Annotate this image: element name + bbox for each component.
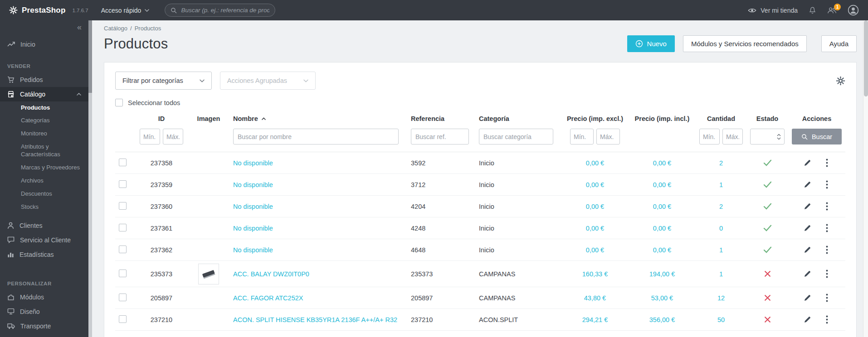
search-input[interactable] (181, 7, 269, 14)
notifications-bell-button[interactable] (809, 6, 816, 14)
row-checkbox[interactable] (119, 180, 127, 188)
row-kebab-menu-icon[interactable] (824, 179, 830, 190)
sidebar-subitem-archivos[interactable]: Archivos (0, 174, 88, 188)
row-checkbox[interactable] (119, 159, 127, 166)
recommended-modules-button[interactable]: Módulos y Servicios recomendados (683, 35, 807, 52)
name-filter-input[interactable] (233, 129, 399, 144)
row-checkbox[interactable] (119, 315, 127, 323)
sidebar-scrollbar[interactable] (88, 20, 92, 337)
product-name-link[interactable]: ACC. FAGOR ATC252X (233, 294, 303, 302)
sidebar-item-inicio[interactable]: Inicio (0, 37, 88, 52)
row-kebab-menu-icon[interactable] (824, 223, 830, 233)
status-active-check-icon[interactable] (763, 246, 772, 253)
page-scrollbar-thumb[interactable] (864, 20, 868, 96)
row-kebab-menu-icon[interactable] (824, 314, 830, 325)
status-active-check-icon[interactable] (763, 181, 772, 188)
sidebar-collapse-button[interactable]: « (0, 20, 88, 33)
sidebar-subitem-productos[interactable]: Productos (0, 101, 88, 115)
sidebar-item-transporte[interactable]: Transporte (0, 319, 88, 333)
row-kebab-menu-icon[interactable] (824, 201, 830, 212)
status-inactive-x-icon[interactable] (764, 294, 771, 301)
product-reference: 4204 (411, 203, 425, 210)
column-header-precio-excl[interactable]: Precio (imp. excl.) (561, 108, 629, 128)
sidebar-item-diseno[interactable]: Diseño (0, 304, 88, 319)
column-header-categoria[interactable]: Categoría (475, 108, 561, 128)
product-name-link[interactable]: No disponible (233, 225, 273, 232)
edit-pencil-icon[interactable] (804, 294, 811, 302)
sidebar-subitem-marcas[interactable]: Marcas y Proveedores (0, 161, 88, 174)
quantity-max-filter-input[interactable] (722, 129, 743, 144)
edit-pencil-icon[interactable] (804, 159, 811, 167)
sidebar-item-label: Servicio al Cliente (20, 236, 71, 244)
row-checkbox[interactable] (119, 224, 127, 231)
edit-pencil-icon[interactable] (804, 202, 811, 210)
new-product-button[interactable]: Nuevo (627, 35, 675, 52)
customers-notifications-button[interactable]: 1 (827, 7, 837, 14)
product-name-link[interactable]: No disponible (233, 181, 273, 188)
edit-pencil-icon[interactable] (804, 270, 811, 278)
account-menu-button[interactable] (848, 5, 859, 16)
product-thumbnail[interactable] (198, 264, 219, 284)
column-header-precio-incl[interactable]: Precio (imp. incl.) (629, 108, 696, 128)
status-inactive-x-icon[interactable] (764, 316, 771, 323)
status-active-check-icon[interactable] (763, 159, 772, 166)
sidebar-subitem-atributos[interactable]: Atributos y Características (0, 140, 88, 161)
breadcrumb-catalogo[interactable]: Catálogo (104, 25, 127, 32)
price-max-filter-input[interactable] (596, 129, 620, 144)
prestashop-logo[interactable]: PrestaShop 1.7.6.7 (9, 6, 88, 15)
status-active-check-icon[interactable] (763, 203, 772, 210)
quantity-min-filter-input[interactable] (699, 129, 720, 144)
id-min-filter-input[interactable] (140, 129, 160, 144)
help-button[interactable]: Ayuda (821, 35, 857, 52)
grouped-actions-dropdown[interactable]: Acciones Agrupadas (220, 72, 316, 90)
product-name-link[interactable]: No disponible (233, 203, 273, 210)
status-inactive-x-icon[interactable] (764, 270, 771, 277)
row-kebab-menu-icon[interactable] (824, 245, 830, 255)
row-kebab-menu-icon[interactable] (824, 293, 830, 303)
row-kebab-menu-icon[interactable] (824, 158, 830, 168)
product-name-link[interactable]: ACC. BALAY DWZ0IT0P0 (233, 270, 309, 278)
edit-pencil-icon[interactable] (804, 181, 811, 188)
product-name-link[interactable]: No disponible (233, 246, 273, 254)
row-kebab-menu-icon[interactable] (824, 269, 830, 279)
sidebar-subitem-stocks[interactable]: Stocks (0, 201, 88, 214)
breadcrumb-productos[interactable]: Productos (135, 25, 161, 32)
status-filter-select[interactable] (750, 129, 785, 144)
row-checkbox[interactable] (119, 246, 127, 253)
reference-filter-input[interactable] (411, 129, 469, 144)
sidebar-item-pedidos[interactable]: Pedidos (0, 72, 88, 87)
row-checkbox[interactable] (119, 202, 127, 210)
sidebar-subitem-monitoreo[interactable]: Monitoreo (0, 127, 88, 140)
id-max-filter-input[interactable] (163, 129, 183, 144)
sidebar-scrollbar-thumb[interactable] (88, 20, 92, 93)
sidebar-subitem-categorias[interactable]: Categorías (0, 114, 88, 127)
category-filter-input[interactable] (479, 129, 553, 144)
column-header-id[interactable]: ID (135, 108, 188, 128)
product-name-link[interactable]: No disponible (233, 159, 273, 167)
sidebar-item-modulos[interactable]: Módulos (0, 290, 88, 304)
row-checkbox[interactable] (119, 270, 127, 277)
search-submit-button[interactable]: Buscar (792, 129, 842, 144)
page-scrollbar[interactable] (863, 20, 868, 337)
sidebar-subitem-descuentos[interactable]: Descuentos (0, 188, 88, 201)
column-header-nombre[interactable]: Nombre (229, 108, 407, 128)
grid-settings-gear-icon[interactable] (836, 76, 845, 86)
column-header-referencia[interactable]: Referencia (407, 108, 475, 128)
product-name-link[interactable]: ACON. SPLIT HISENSE KB35YR1A 2136F A++/A… (233, 316, 397, 323)
sidebar-item-estadisticas[interactable]: Estadísticas (0, 247, 88, 262)
price-min-filter-input[interactable] (570, 129, 594, 144)
edit-pencil-icon[interactable] (804, 246, 811, 254)
status-active-check-icon[interactable] (763, 225, 772, 231)
sidebar-item-clientes[interactable]: Clientes (0, 218, 88, 233)
sidebar-item-catalogo[interactable]: Catálogo (0, 87, 88, 101)
edit-pencil-icon[interactable] (804, 316, 811, 323)
row-checkbox[interactable] (119, 294, 127, 301)
edit-pencil-icon[interactable] (804, 224, 811, 232)
filter-by-category-dropdown[interactable]: Filtrar por categorías (115, 72, 212, 90)
column-header-cantidad[interactable]: Cantidad (696, 108, 746, 128)
select-all-checkbox[interactable] (115, 99, 123, 106)
sidebar-item-servicio-al-cliente[interactable]: Servicio al Cliente (0, 233, 88, 247)
quick-access-menu[interactable]: Acceso rápido (101, 7, 150, 14)
column-header-estado[interactable]: Estado (746, 108, 788, 128)
view-shop-link[interactable]: Ver mi tienda (748, 7, 798, 14)
